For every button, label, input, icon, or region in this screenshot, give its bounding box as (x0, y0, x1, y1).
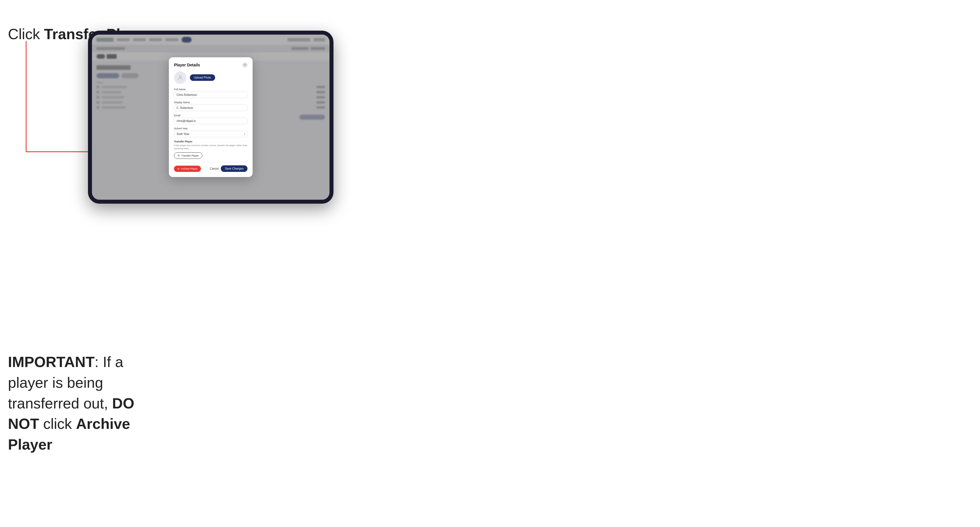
transfer-section-description: If this player has moved to another scho… (174, 144, 248, 150)
full-name-input[interactable] (174, 92, 248, 98)
upload-photo-button[interactable]: Upload Photo (190, 74, 215, 81)
archive-button-label: Archive Player (181, 167, 197, 170)
tablet-screen: Team Player Details × (92, 35, 329, 200)
modal-close-button[interactable]: × (242, 62, 248, 68)
transfer-player-button[interactable]: ↻ Transfer Player (174, 152, 202, 159)
email-input[interactable] (174, 118, 248, 124)
archive-player-button[interactable]: ⊘ Archive Player (174, 166, 201, 172)
display-name-label: Display Name (174, 101, 248, 104)
cancel-button[interactable]: Cancel (210, 167, 218, 170)
instruction-end: click (39, 416, 76, 432)
full-name-label: Full Name (174, 88, 248, 91)
player-details-modal: Player Details × Upload Photo Full N (169, 57, 253, 177)
svg-point-3 (179, 75, 181, 78)
avatar (174, 71, 186, 84)
display-name-input[interactable] (174, 105, 248, 111)
full-name-group: Full Name (174, 88, 248, 98)
instruction-bottom: IMPORTANT: If a player is being transfer… (8, 352, 167, 455)
display-name-group: Display Name (174, 101, 248, 111)
transfer-player-section: Transfer Player If this player has moved… (174, 140, 248, 159)
archive-icon: ⊘ (177, 167, 180, 170)
school-year-wrapper: Sixth Year ▾ (174, 131, 248, 137)
transfer-icon: ↻ (178, 154, 180, 157)
transfer-button-label: Transfer Player (181, 154, 199, 157)
school-year-select[interactable]: Sixth Year (174, 131, 248, 137)
transfer-section-title: Transfer Player (174, 140, 248, 143)
instruction-prefix: Click (8, 26, 44, 42)
tablet-device: Team Player Details × (88, 31, 334, 204)
school-year-group: School Year Sixth Year ▾ (174, 127, 248, 137)
avatar-section: Upload Photo (174, 71, 248, 84)
important-label: IMPORTANT (8, 354, 94, 370)
email-group: Email (174, 114, 248, 124)
school-year-label: School Year (174, 127, 248, 130)
modal-overlay: Player Details × Upload Photo Full N (92, 35, 329, 200)
modal-footer: ⊘ Archive Player Cancel Save Changes (174, 162, 248, 172)
email-label: Email (174, 114, 248, 117)
modal-title: Player Details (174, 63, 200, 67)
save-changes-button[interactable]: Save Changes (221, 165, 248, 172)
modal-header: Player Details × (174, 62, 248, 68)
